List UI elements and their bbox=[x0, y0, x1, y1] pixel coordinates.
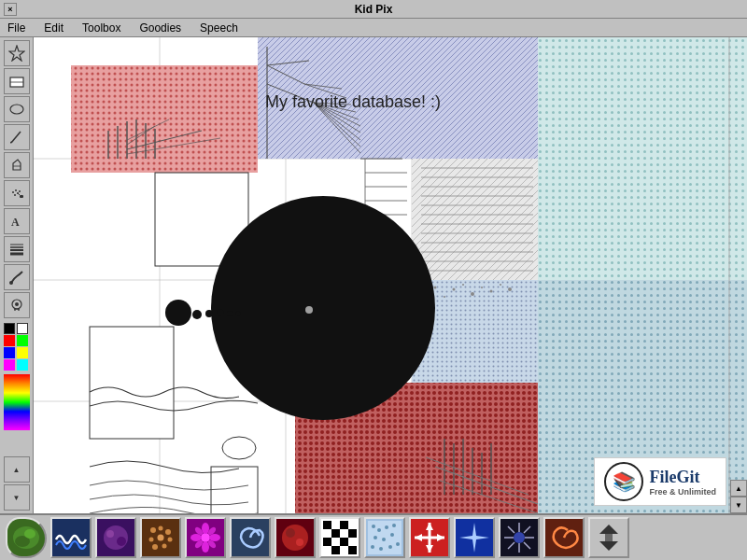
bottom-tool-red-blob[interactable] bbox=[275, 517, 316, 558]
svg-point-149 bbox=[190, 534, 202, 541]
tool-eraser[interactable] bbox=[4, 68, 30, 94]
svg-rect-159 bbox=[331, 521, 340, 529]
bottom-tool-lt-dots[interactable] bbox=[364, 517, 405, 558]
svg-point-177 bbox=[385, 525, 388, 529]
svg-point-7 bbox=[12, 191, 14, 193]
bottom-toolbar bbox=[0, 513, 747, 560]
svg-point-126 bbox=[205, 310, 213, 317]
bottom-tool-flower[interactable] bbox=[185, 517, 226, 558]
window-title: Kid Pix bbox=[355, 3, 393, 16]
color-rainbow[interactable] bbox=[4, 374, 30, 430]
bottom-tool-blob[interactable] bbox=[6, 517, 47, 558]
svg-point-118 bbox=[508, 287, 512, 291]
svg-point-135 bbox=[104, 525, 128, 550]
svg-point-180 bbox=[382, 538, 386, 541]
svg-point-127 bbox=[218, 310, 224, 316]
tool-bucket[interactable] bbox=[4, 152, 30, 178]
menu-toolbox[interactable]: Toolbox bbox=[78, 21, 124, 35]
bottom-tool-arrows[interactable] bbox=[409, 517, 450, 558]
filegit-text: FileGit Free & Unlimited bbox=[649, 468, 716, 497]
svg-point-112 bbox=[453, 288, 456, 291]
svg-marker-0 bbox=[9, 46, 24, 61]
svg-point-182 bbox=[371, 545, 374, 549]
tool-text[interactable]: A bbox=[4, 208, 30, 234]
svg-point-145 bbox=[162, 544, 167, 549]
svg-rect-12 bbox=[20, 195, 23, 198]
color-magenta[interactable] bbox=[4, 359, 15, 371]
svg-rect-98 bbox=[90, 327, 174, 439]
tool-lines[interactable] bbox=[4, 236, 30, 262]
color-cyan[interactable] bbox=[17, 359, 28, 371]
scroll-down-canvas[interactable]: ▼ bbox=[730, 497, 747, 513]
close-button[interactable]: × bbox=[4, 3, 17, 16]
bottom-tool-sparkle[interactable] bbox=[454, 517, 495, 558]
bottom-tool-scroll[interactable] bbox=[588, 517, 629, 558]
svg-point-122 bbox=[211, 196, 435, 420]
svg-rect-158 bbox=[323, 521, 331, 529]
svg-point-184 bbox=[388, 545, 392, 549]
scroll-up-canvas[interactable]: ▲ bbox=[730, 480, 747, 497]
color-green[interactable] bbox=[17, 335, 28, 346]
scroll-up[interactable]: ▲ bbox=[4, 456, 30, 483]
svg-rect-166 bbox=[323, 538, 331, 546]
svg-point-121 bbox=[444, 296, 445, 298]
svg-line-201 bbox=[508, 542, 514, 549]
menu-speech[interactable]: Speech bbox=[196, 21, 242, 35]
menu-edit[interactable]: Edit bbox=[40, 21, 67, 35]
bottom-tool-checker[interactable] bbox=[319, 517, 360, 558]
svg-line-198 bbox=[508, 526, 514, 533]
tool-oval[interactable] bbox=[4, 96, 30, 122]
svg-point-124 bbox=[165, 300, 191, 326]
svg-point-156 bbox=[286, 528, 295, 538]
bottom-tool-swirl-orange[interactable] bbox=[543, 517, 585, 558]
color-blue[interactable] bbox=[4, 347, 15, 358]
svg-rect-165 bbox=[348, 529, 357, 538]
main-area: A bbox=[0, 37, 747, 560]
svg-marker-190 bbox=[415, 534, 422, 541]
bottom-tool-wave[interactable] bbox=[50, 517, 92, 558]
svg-marker-188 bbox=[426, 523, 433, 530]
bottom-tool-purple[interactable] bbox=[95, 517, 136, 558]
drawing-canvas[interactable]: My favorite database! :) bbox=[34, 37, 747, 513]
scroll-buttons: ▲ ▼ bbox=[730, 480, 747, 513]
svg-point-157 bbox=[296, 539, 303, 546]
svg-text:A: A bbox=[11, 216, 20, 229]
color-red[interactable] bbox=[4, 335, 15, 346]
color-white[interactable] bbox=[17, 323, 28, 334]
svg-rect-43 bbox=[538, 37, 747, 280]
bottom-tool-dots[interactable] bbox=[140, 517, 181, 558]
svg-point-179 bbox=[374, 536, 377, 539]
svg-rect-171 bbox=[331, 546, 340, 554]
svg-point-147 bbox=[202, 523, 209, 534]
tool-stamp[interactable] bbox=[4, 292, 30, 318]
svg-rect-170 bbox=[323, 546, 331, 554]
bottom-tool-swirl[interactable] bbox=[230, 517, 271, 558]
svg-rect-163 bbox=[331, 529, 340, 538]
filegit-name: FileGit bbox=[649, 468, 716, 487]
color-black[interactable] bbox=[4, 323, 15, 334]
svg-point-114 bbox=[471, 292, 474, 296]
color-yellow[interactable] bbox=[17, 347, 28, 358]
svg-line-13 bbox=[18, 193, 20, 195]
menu-goodies[interactable]: Goodies bbox=[135, 21, 185, 35]
tool-brush[interactable] bbox=[4, 264, 30, 290]
svg-point-116 bbox=[490, 290, 493, 293]
svg-rect-37 bbox=[71, 65, 258, 173]
tool-wand[interactable] bbox=[4, 40, 30, 66]
svg-point-136 bbox=[106, 530, 114, 538]
svg-rect-167 bbox=[331, 538, 340, 546]
filegit-watermark: 📚 FileGit Free & Unlimited bbox=[594, 457, 726, 506]
svg-point-142 bbox=[158, 535, 164, 541]
canvas-area[interactable]: My favorite database! :) ▲ ▼ 📚 FileGit F… bbox=[34, 37, 747, 513]
left-toolbar: A bbox=[0, 37, 34, 513]
svg-point-113 bbox=[462, 284, 464, 286]
svg-point-134 bbox=[24, 529, 35, 539]
svg-point-138 bbox=[150, 527, 156, 533]
tool-pencil[interactable] bbox=[4, 124, 30, 150]
menu-file[interactable]: File bbox=[4, 21, 29, 35]
bottom-tool-spider[interactable] bbox=[499, 517, 540, 558]
scroll-down[interactable]: ▼ bbox=[4, 484, 30, 511]
svg-point-137 bbox=[117, 537, 126, 546]
svg-point-175 bbox=[372, 525, 375, 528]
tool-spray[interactable] bbox=[4, 180, 30, 206]
